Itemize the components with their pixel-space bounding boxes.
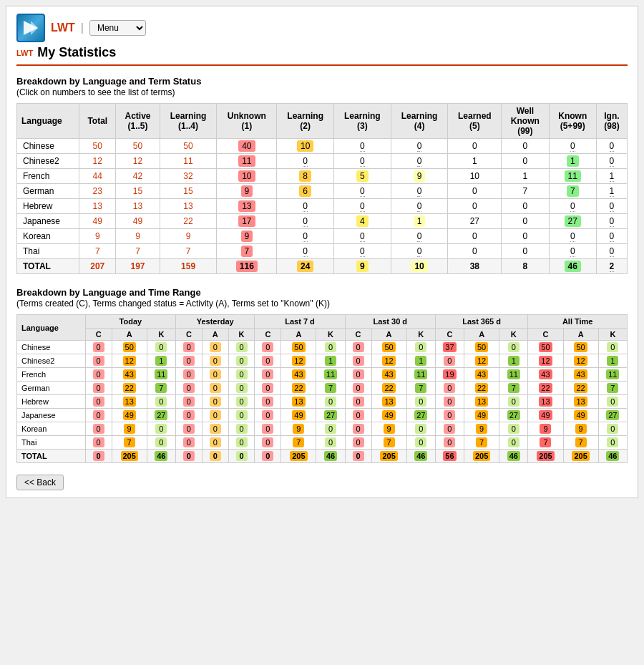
time-cell[interactable]: 0 [345,354,371,368]
l3-cell[interactable]: 0 [334,199,391,214]
time-cell[interactable]: 22 [563,382,598,395]
ign-cell[interactable]: 0 [596,199,627,214]
l14-cell[interactable]: 7 [160,244,217,259]
l2-cell[interactable]: 0 [277,244,334,259]
time-cell[interactable]: 0 [202,409,228,422]
l4-cell[interactable]: 1 [391,214,448,229]
time-cell[interactable]: 0 [175,409,202,422]
time-cell[interactable]: 0 [202,354,228,368]
time-cell[interactable]: 0 [175,354,202,368]
active-cell[interactable]: 15 [116,184,160,199]
l14-cell[interactable]: 9 [160,229,217,244]
time-cell[interactable]: 43 [528,368,563,382]
l4-cell[interactable]: 0 [391,199,448,214]
known-cell[interactable]: 11 [549,169,596,184]
time-cell[interactable]: 49 [528,409,563,422]
l2-cell[interactable]: 10 [277,139,334,154]
time-cell[interactable]: 13 [528,395,563,409]
l4-cell[interactable]: 0 [391,184,448,199]
known-cell[interactable]: 7 [549,184,596,199]
wk-cell[interactable]: 7 [502,184,549,199]
time-cell[interactable]: 0 [255,450,281,463]
l5-cell[interactable]: 0 [448,139,502,154]
time-cell[interactable]: 0 [255,436,281,450]
time-cell[interactable]: 0 [499,422,528,436]
time-cell[interactable]: 50 [371,341,406,354]
time-cell[interactable]: 12 [563,354,598,368]
time-cell[interactable]: 0 [85,382,112,395]
l4-cell[interactable]: 10 [391,259,448,274]
time-cell[interactable]: 0 [85,409,112,422]
time-cell[interactable]: 205 [464,450,499,463]
time-cell[interactable]: 0 [345,450,371,463]
l3-cell[interactable]: 0 [334,154,391,169]
active-cell[interactable]: 7 [116,244,160,259]
active-cell[interactable]: 197 [116,259,160,274]
time-cell[interactable]: 7 [563,436,598,450]
ign-cell[interactable]: 1 [596,169,627,184]
l5-cell[interactable]: 10 [448,169,502,184]
ign-cell[interactable]: 0 [596,154,627,169]
time-cell[interactable]: 0 [85,450,112,463]
l5-cell[interactable]: 0 [448,229,502,244]
time-cell[interactable]: 22 [464,382,499,395]
time-cell[interactable]: 0 [345,395,371,409]
l14-cell[interactable]: 32 [160,169,217,184]
time-cell[interactable]: 27 [499,409,528,422]
time-cell[interactable]: 7 [281,436,316,450]
l5-cell[interactable]: 38 [448,259,502,274]
time-cell[interactable]: 7 [406,382,435,395]
l3-cell[interactable]: 4 [334,214,391,229]
l14-cell[interactable]: 15 [160,184,217,199]
time-cell[interactable]: 0 [202,382,228,395]
time-cell[interactable]: 205 [281,450,316,463]
time-cell[interactable]: 7 [112,436,147,450]
time-cell[interactable]: 50 [528,341,563,354]
time-cell[interactable]: 1 [147,354,175,368]
active-cell[interactable]: 42 [116,169,160,184]
time-cell[interactable]: 1 [406,354,435,368]
time-cell[interactable]: 0 [406,436,435,450]
time-cell[interactable]: 0 [345,409,371,422]
l2-cell[interactable]: 0 [277,229,334,244]
time-cell[interactable]: 0 [228,422,255,436]
time-cell[interactable]: 0 [435,409,464,422]
wk-cell[interactable]: 0 [502,214,549,229]
time-cell[interactable]: 27 [406,409,435,422]
menu-select[interactable]: Menu [89,20,146,36]
l3-cell[interactable]: 9 [334,259,391,274]
time-cell[interactable]: 12 [528,354,563,368]
time-cell[interactable]: 0 [228,436,255,450]
time-cell[interactable]: 0 [435,354,464,368]
total-cell[interactable]: 44 [79,169,116,184]
known-cell[interactable]: 27 [549,214,596,229]
time-cell[interactable]: 0 [255,368,281,382]
time-cell[interactable]: 13 [371,395,406,409]
time-cell[interactable]: 9 [371,422,406,436]
time-cell[interactable]: 12 [112,354,147,368]
time-cell[interactable]: 0 [85,422,112,436]
l1-cell[interactable]: 13 [217,199,277,214]
time-cell[interactable]: 9 [528,422,563,436]
time-cell[interactable]: 0 [316,422,345,436]
time-cell[interactable]: 205 [112,450,147,463]
time-cell[interactable]: 0 [598,422,627,436]
time-cell[interactable]: 0 [175,422,202,436]
time-cell[interactable]: 9 [112,422,147,436]
time-cell[interactable]: 0 [202,436,228,450]
time-cell[interactable]: 11 [598,368,627,382]
time-cell[interactable]: 0 [255,422,281,436]
total-cell[interactable]: 207 [79,259,116,274]
ign-cell[interactable]: 0 [596,244,627,259]
time-cell[interactable]: 0 [435,436,464,450]
l1-cell[interactable]: 9 [217,229,277,244]
time-cell[interactable]: 1 [316,354,345,368]
l3-cell[interactable]: 0 [334,184,391,199]
l1-cell[interactable]: 40 [217,139,277,154]
time-cell[interactable]: 12 [371,354,406,368]
wk-cell[interactable]: 0 [502,154,549,169]
l5-cell[interactable]: 1 [448,154,502,169]
l4-cell[interactable]: 0 [391,154,448,169]
wk-cell[interactable]: 8 [502,259,549,274]
time-cell[interactable]: 0 [228,382,255,395]
